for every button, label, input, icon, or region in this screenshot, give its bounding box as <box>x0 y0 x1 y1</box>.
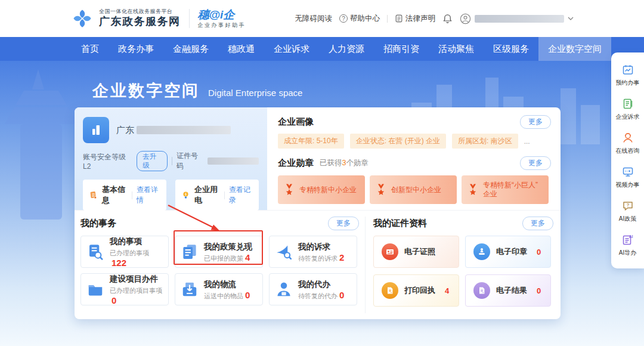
nav-item-investment[interactable]: 招商引资 <box>374 37 429 61</box>
tile-my-agency[interactable]: 我的代办 待答复的代办0 <box>269 273 357 305</box>
quick-actions-panel: 预约办事 企业诉求 在线咨询 视频办事 ? AI政策 <box>611 52 644 268</box>
question-circle-icon: ? <box>339 14 348 23</box>
main-nav: 首页 政务办事 金融服务 穗政通 企业诉求 人力资源 招商引资 活动聚焦 区级服… <box>0 37 644 61</box>
brand-name: 穗@i企 <box>198 8 246 22</box>
side-item-online-consult[interactable]: 在线咨询 <box>611 126 644 160</box>
tile-e-results[interactable]: 电子结果 0 <box>465 274 551 307</box>
portrait-tags-ellipsis: ... <box>524 137 530 146</box>
tile-my-appeals[interactable]: 我的诉求 待答复的诉求2 <box>269 236 357 268</box>
side-item-video-service[interactable]: 视频办事 <box>611 160 644 194</box>
agent-person-icon <box>274 280 293 299</box>
medals-earned-text: 已获得3个勋章 <box>320 158 369 168</box>
accessibility-link[interactable]: 无障碍阅读 <box>295 14 333 24</box>
result-document-icon <box>473 282 490 299</box>
portrait-tag: 企业状态: 在营 (开业) 企业 <box>350 134 446 149</box>
medals-section-title: 企业勋章 <box>278 157 314 169</box>
nav-item-suizhengtong[interactable]: 穗政通 <box>218 37 264 61</box>
video-monitor-icon <box>622 166 634 178</box>
view-records-link[interactable]: 查看记录 <box>229 185 253 205</box>
headset-person-icon <box>622 132 634 144</box>
receipt-document-icon <box>382 282 398 299</box>
appeal-document-icon <box>622 98 634 110</box>
stamp-icon <box>473 243 490 260</box>
account-divider <box>172 157 172 165</box>
platform-tagline: 全国一体化在线政务服务平台 <box>99 8 181 15</box>
nav-item-district[interactable]: 区级服务 <box>484 37 538 61</box>
redacted-username <box>475 15 564 23</box>
site-name: 广东政务服务网 <box>99 15 181 29</box>
enterprise-power-button[interactable]: 企业用电 查看记录 <box>175 180 259 211</box>
notification-bell-icon[interactable] <box>442 14 453 24</box>
horn-search-icon <box>274 242 293 261</box>
affairs-more-button[interactable]: 更多 <box>328 217 359 230</box>
redacted-cert-number <box>208 157 259 165</box>
certs-more-button[interactable]: 更多 <box>522 217 553 230</box>
tile-my-logistics[interactable]: 我的物流 运送中的物品0 <box>175 273 263 305</box>
page-subtitle: Digital Enterprise space <box>208 88 302 98</box>
tile-e-license[interactable]: 电子证照 <box>373 236 459 268</box>
my-affairs-section: 我的事务 更多 我的 <box>75 211 365 319</box>
svg-text:?: ? <box>626 202 629 208</box>
upgrade-button[interactable]: 去升级 <box>137 151 168 171</box>
tile-policy-redemption[interactable]: 我的政策兑现 已申报的政策4 <box>175 236 263 268</box>
folder-icon <box>86 280 105 299</box>
side-item-ai-policy[interactable]: ? AI政策 <box>611 194 644 228</box>
legal-notice-link[interactable]: 法律声明 <box>395 14 435 24</box>
top-header: 全国一体化在线政务服务平台 广东政务服务网 穗@i企 企业办事好助手 无障碍阅读… <box>0 0 644 37</box>
site-logo: 全国一体化在线政务服务平台 广东政务服务网 穗@i企 企业办事好助手 <box>72 8 246 29</box>
user-avatar-icon <box>460 13 471 24</box>
basic-info-button[interactable]: 基本信息 查看详情 <box>83 180 166 211</box>
redacted-company-name <box>137 126 231 134</box>
medal-icon <box>374 183 388 196</box>
cert-number-label: 证件号码 <box>177 151 203 171</box>
portrait-more-button[interactable]: 更多 <box>520 115 551 129</box>
page-title: 企业数字空间 <box>92 80 200 101</box>
nav-item-appeals[interactable]: 企业诉求 <box>264 37 319 61</box>
medal-icon <box>466 183 479 196</box>
building-icon <box>89 123 103 137</box>
logo-divider <box>189 9 190 28</box>
chevron-down-icon <box>568 17 574 21</box>
user-account-menu[interactable] <box>460 13 574 24</box>
view-details-link[interactable]: 查看详情 <box>137 185 160 205</box>
brand-tagline: 企业办事好助手 <box>198 22 246 29</box>
document-icon <box>395 14 403 23</box>
my-certificates-section: 我的证件资料 更多 电子证照 <box>366 211 561 319</box>
tile-e-seal[interactable]: 电子印章 0 <box>465 236 551 268</box>
tile-my-items[interactable]: 我的事项 已办理的事项122 <box>80 236 169 268</box>
info-document-icon <box>89 190 98 200</box>
medal-badge: 创新型中小企业 <box>370 175 457 204</box>
chat-question-icon: ? <box>622 200 634 212</box>
nav-item-home[interactable]: 首页 <box>72 37 109 61</box>
side-item-appointment[interactable]: 预约办事 <box>611 58 644 92</box>
id-card-icon <box>382 243 398 260</box>
side-item-appeals[interactable]: 企业诉求 <box>611 92 644 126</box>
document-search-icon <box>86 242 105 261</box>
tile-print-receipt[interactable]: 打印回执 4 <box>373 274 459 307</box>
medal-icon <box>283 183 296 196</box>
security-level-label: 账号安全等级 L2 <box>83 152 132 171</box>
portrait-section-title: 企业画像 <box>278 116 314 128</box>
portrait-tag: 所属区划: 南沙区 <box>452 134 518 149</box>
medal-badge: 专精特新“小巨人”企业 <box>462 175 549 204</box>
nav-item-gov-affairs[interactable]: 政务办事 <box>109 37 163 61</box>
help-center-link[interactable]: ? 帮助中心 <box>339 14 380 24</box>
affairs-section-title: 我的事务 <box>80 218 116 229</box>
pinwheel-logo-icon <box>72 8 93 29</box>
nav-item-digital-space[interactable]: 企业数字空间 <box>538 37 611 61</box>
company-logo <box>83 117 109 143</box>
pagoda-silhouette <box>0 64 86 220</box>
medals-more-button[interactable]: 更多 <box>520 156 551 170</box>
hero-section: 企业数字空间 Digital Enterprise space 广东 <box>0 61 644 346</box>
header-divider <box>387 15 388 23</box>
company-panel: 广东 账号安全等级 L2 去升级 证件号码 <box>75 107 267 210</box>
nav-item-hr[interactable]: 人力资源 <box>319 37 374 61</box>
certs-section-title: 我的证件资料 <box>373 218 427 229</box>
policy-documents-icon <box>180 242 199 261</box>
nav-item-finance[interactable]: 金融服务 <box>163 37 218 61</box>
calendar-icon <box>622 64 634 76</box>
side-item-ai-guide[interactable]: AI AI导办 <box>611 228 644 262</box>
lightbulb-icon <box>181 190 190 200</box>
tile-construction-projects[interactable]: 建设项目办件 已办理的项目事项0 <box>80 273 169 305</box>
nav-item-activities[interactable]: 活动聚焦 <box>429 37 484 61</box>
